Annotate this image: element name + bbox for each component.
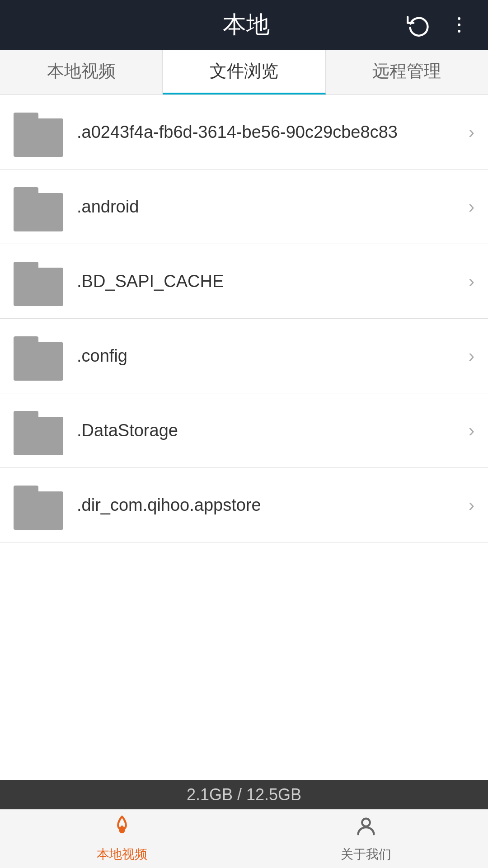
table-row[interactable]: .config › [0,319,488,393]
file-name: .BD_SAPI_CACHE [77,272,464,291]
chevron-right-icon: › [469,495,474,515]
bottom-nav: 本地视频 关于我们 [0,809,488,868]
chevron-right-icon: › [469,346,474,366]
table-row[interactable]: .BD_SAPI_CACHE › [0,244,488,319]
top-bar: 本地 [0,0,488,50]
table-row[interactable]: .a0243f4a-fb6d-3614-be56-90c29cbe8c83 › [0,95,488,170]
nav-item-local-video[interactable]: 本地视频 [0,810,244,868]
file-name: .DataStorage [77,421,464,440]
more-menu-button[interactable] [448,14,470,36]
storage-bar: 2.1GB / 12.5GB [0,780,488,809]
folder-icon [14,107,63,157]
flame-icon [110,815,134,843]
table-row[interactable]: .android › [0,170,488,244]
svg-point-0 [458,17,460,20]
folder-icon [14,406,63,455]
folder-icon [14,256,63,306]
table-row[interactable]: .dir_com.qihoo.appstore › [0,468,488,542]
file-list: .a0243f4a-fb6d-3614-be56-90c29cbe8c83 › … [0,95,488,780]
table-row[interactable]: .DataStorage › [0,393,488,468]
nav-item-about-us[interactable]: 关于我们 [244,810,488,868]
svg-point-3 [362,819,370,826]
nav-label-about-us: 关于我们 [341,846,391,863]
folder-icon [14,331,63,381]
tab-bar: 本地视频 文件浏览 远程管理 [0,50,488,95]
top-actions [407,13,470,37]
file-name: .dir_com.qihoo.appstore [77,495,464,515]
file-name: .a0243f4a-fb6d-3614-be56-90c29cbe8c83 [77,123,464,142]
chevron-right-icon: › [469,420,474,441]
folder-icon [14,182,63,231]
folder-icon [14,480,63,530]
tab-local-video[interactable]: 本地视频 [0,50,163,94]
tab-file-browser[interactable]: 文件浏览 [163,50,325,94]
storage-info: 2.1GB / 12.5GB [187,785,301,804]
page-title: 本地 [86,9,407,41]
chevron-right-icon: › [469,122,474,142]
chevron-right-icon: › [469,271,474,292]
svg-point-2 [458,30,460,33]
svg-point-1 [458,24,460,26]
nav-label-local-video: 本地视频 [97,846,147,863]
tab-remote-manage[interactable]: 远程管理 [326,50,488,94]
file-name: .config [77,346,464,366]
file-name: .android [77,197,464,217]
person-icon [354,815,378,843]
refresh-button[interactable] [407,13,430,37]
chevron-right-icon: › [469,197,474,217]
